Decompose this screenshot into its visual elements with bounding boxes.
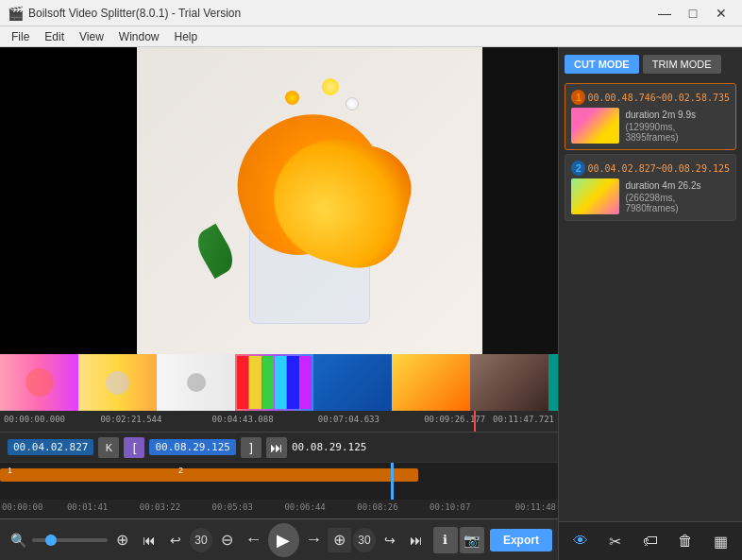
play-button[interactable]: ▶ xyxy=(268,523,300,557)
dragon-fruit-ball xyxy=(346,97,359,110)
second-glass-bg xyxy=(482,47,558,354)
skip-end-button[interactable]: ⏭ xyxy=(404,527,429,553)
ruler-tick-1: 00:02:21.544 xyxy=(100,415,161,424)
seg1-timerange: 00.00.48.746~00.02.58.735 xyxy=(587,93,730,103)
start-timecode: 00.04.02.827 xyxy=(8,439,93,455)
time-cursor-line xyxy=(474,411,476,432)
video-content xyxy=(137,47,482,354)
fruit-ball-2 xyxy=(322,78,339,95)
edit-bar: 00.04.02.827 K [ 00.08.29.125 ] ⏭ 00.08.… xyxy=(0,432,558,462)
app-window: 🎬 Boilsoft Video Splitter(8.0.1) - Trial… xyxy=(0,0,742,560)
black-bar-right xyxy=(482,47,558,354)
filmstrip-segment-7 xyxy=(470,354,548,411)
seg1-frames: (129990ms, 3895frames) xyxy=(625,122,730,143)
seg1-duration: duration 2m 9.9s xyxy=(625,110,730,120)
minimize-button[interactable]: — xyxy=(651,3,678,24)
track-ruler: 00:00:00 00:01:41 00:03:22 00:05:03 00:0… xyxy=(0,500,558,518)
key-minus-button[interactable]: ⊖ xyxy=(214,527,239,553)
track-tick-0: 00:00:00 xyxy=(2,502,42,512)
current-timecode: 00.08.29.125 xyxy=(149,439,235,455)
cut-mode-button[interactable]: CUT MODE xyxy=(565,55,639,74)
maximize-button[interactable]: □ xyxy=(680,3,706,24)
trim-mode-button[interactable]: TRIM MODE xyxy=(643,55,721,74)
seg1-header: 1 00.00.48.746~00.02.58.735 xyxy=(571,90,730,105)
track-tick-2: 00:03:22 xyxy=(140,502,180,512)
menu-edit[interactable]: Edit xyxy=(37,28,72,45)
filmstrip-segment-1 xyxy=(0,354,78,411)
export-button[interactable]: Export xyxy=(490,529,552,552)
scissors-button[interactable]: ✂ xyxy=(601,528,630,554)
menubar: File Edit View Window Help xyxy=(0,26,742,47)
seg1-number: 1 xyxy=(571,90,585,105)
seg2-frames: (266298ms, 7980frames) xyxy=(625,193,730,213)
ruler-tick-2: 00:04:43.088 xyxy=(212,415,274,424)
track-playhead xyxy=(391,463,394,500)
seg1-thumbnail xyxy=(571,108,619,144)
right-panel: CUT MODE TRIM MODE 1 00.00.48.746~00.02.… xyxy=(558,47,742,560)
seg2-info: duration 4m 26.2s (266298ms, 7980frames) xyxy=(625,180,730,213)
track-tick-1: 00:01:41 xyxy=(67,502,108,512)
camera-button[interactable]: 📷 xyxy=(460,527,484,553)
video-area xyxy=(0,47,558,354)
filmstrip-teal-bar xyxy=(548,354,558,411)
forward-arrow-button[interactable]: → xyxy=(301,527,326,553)
app-icon: 🎬 xyxy=(8,6,24,21)
zoom-slider[interactable] xyxy=(32,538,108,542)
filmstrip-segment-2 xyxy=(78,354,157,411)
btn-skip-right[interactable]: ⏭ xyxy=(266,437,287,458)
ruler-tick-0: 00:00:00.000 xyxy=(4,415,65,424)
seg2-preview: duration 4m 26.2s (266298ms, 7980frames) xyxy=(571,178,730,214)
btn-bracket-close[interactable]: ] xyxy=(241,437,261,458)
zoom-in-button[interactable]: ⊕ xyxy=(110,527,134,553)
track-tick-6: 00:10:07 xyxy=(430,502,470,512)
back-arrow-button[interactable]: ← xyxy=(241,527,265,553)
close-button[interactable]: ✕ xyxy=(708,3,734,24)
fast-forward-button[interactable]: ↪ xyxy=(378,527,402,553)
rewind-button[interactable]: ↩ xyxy=(163,527,188,553)
track-tick-5: 00:08:26 xyxy=(357,502,397,512)
ruler-cursor-time: 00:11:47.721 xyxy=(493,415,554,424)
menu-file[interactable]: File xyxy=(4,28,37,45)
tag-button[interactable]: 🏷 xyxy=(636,528,665,554)
left-panel: 00:00:00.000 00:02:21.544 00:04:43.088 0… xyxy=(0,47,558,560)
seg2-duration: duration 4m 26.2s xyxy=(625,180,730,191)
seg2-header: 2 00.04.02.827~00.08.29.125 xyxy=(571,161,730,176)
segment-card-1[interactable]: 1 00.00.48.746~00.02.58.735 duration 2m … xyxy=(565,83,736,150)
zoom-out-button[interactable]: 🔍 xyxy=(6,527,30,553)
menu-window[interactable]: Window xyxy=(111,28,167,45)
back30-button[interactable]: 30 xyxy=(190,528,212,552)
track-tick-3: 00:05:03 xyxy=(212,502,253,512)
controls-bar: 🔍 ⊕ ⏮ ↩ 30 ⊖ ← ▶ → ⊕ xyxy=(0,518,558,560)
track-tick-7: 00:11:48 xyxy=(515,502,556,512)
seg2-thumbnail xyxy=(571,178,619,214)
timeline-tracks: 1 2 xyxy=(0,462,558,500)
segment-card-2[interactable]: 2 00.04.02.827~00.08.29.125 duration 4m … xyxy=(565,154,736,221)
black-bar-left xyxy=(0,47,137,354)
info-button[interactable]: ℹ xyxy=(433,527,458,553)
fwd30-button[interactable]: 30 xyxy=(353,528,376,552)
dessert-glass xyxy=(189,78,430,324)
track-marker-1-label: 1 xyxy=(8,466,12,475)
end-timecode: 00.08.29.125 xyxy=(292,441,366,453)
skip-start-button[interactable]: ⏮ xyxy=(136,527,160,553)
seg1-info: duration 2m 9.9s (129990ms, 3895frames) xyxy=(625,110,730,143)
filmstrip xyxy=(0,354,558,411)
grid-button[interactable]: ▦ xyxy=(706,528,734,554)
key-plus-button[interactable]: ⊕ xyxy=(328,528,350,552)
track-marker-2-label: 2 xyxy=(178,466,183,475)
time-ruler: 00:00:00.000 00:02:21.544 00:04:43.088 0… xyxy=(0,411,558,432)
menu-help[interactable]: Help xyxy=(167,28,206,45)
filmstrip-segment-5 xyxy=(313,354,392,411)
mode-buttons-row: CUT MODE TRIM MODE xyxy=(559,47,742,81)
trash-button[interactable]: 🗑 xyxy=(671,528,700,554)
menu-view[interactable]: View xyxy=(72,28,111,45)
right-toolbar: 👁 ✂ 🏷 🗑 ▦ xyxy=(559,521,742,560)
filmstrip-segment-4 xyxy=(235,354,313,411)
btn-k[interactable]: K xyxy=(98,437,119,458)
eye-button[interactable]: 👁 xyxy=(566,528,595,554)
fruit-ball-1 xyxy=(285,91,299,105)
filmstrip-segment-3 xyxy=(157,354,235,411)
seg1-preview: duration 2m 9.9s (129990ms, 3895frames) xyxy=(571,108,730,144)
btn-bracket-open[interactable]: [ xyxy=(124,437,144,458)
seg2-number: 2 xyxy=(571,161,585,176)
